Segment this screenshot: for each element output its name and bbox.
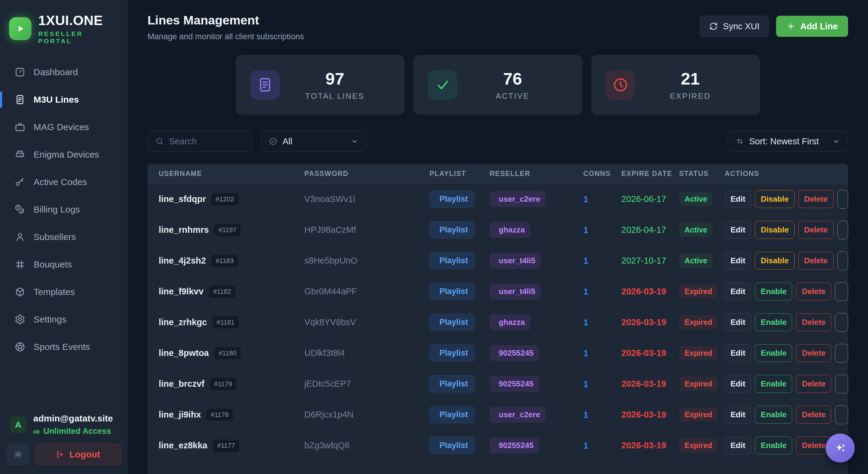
chevron-down-icon [832, 137, 840, 145]
add-line-button[interactable]: Add Line [776, 16, 848, 37]
playlist-label: Playlist [439, 441, 468, 450]
expire-date: 2027-10-17 [621, 256, 679, 266]
playlist-button[interactable]: Playlist [430, 191, 474, 208]
delete-button[interactable]: Delete [796, 313, 831, 331]
playlist-button[interactable]: Playlist [430, 375, 474, 393]
table-row: line_sfdqpr #1202 V3noaSWv1l Playlist us… [148, 184, 848, 215]
sidebar-item-enigma-devices[interactable]: Enigma Devices [7, 145, 121, 165]
enable-button[interactable]: Enable [755, 313, 792, 331]
delete-button[interactable]: Delete [799, 221, 834, 239]
edit-button[interactable]: Edit [725, 190, 751, 208]
line-id-badge: #1180 [214, 347, 241, 359]
password-text: UDlkf3t8l4 [304, 348, 430, 358]
avatar: A [10, 416, 27, 433]
enable-button[interactable]: Enable [755, 282, 792, 300]
disable-button[interactable]: Disable [755, 221, 795, 239]
sidebar-item-settings[interactable]: Settings [7, 309, 121, 329]
playlist-button[interactable]: Playlist [430, 221, 474, 238]
edit-button[interactable]: Edit [725, 375, 751, 393]
column-header-expire-date: EXPIRE DATE [621, 170, 679, 178]
playlist-label: Playlist [439, 317, 468, 327]
sidebar-item-bouquets[interactable]: Bouquets [7, 255, 121, 274]
page-header: Lines Management Manage and monitor all … [148, 13, 848, 41]
sidebar-item-billing-logs[interactable]: Billing Logs [7, 200, 121, 219]
sidebar-item-dashboard[interactable]: Dashboard [7, 62, 121, 82]
disable-button[interactable]: Disable [755, 190, 795, 208]
playlist-button[interactable]: Playlist [430, 314, 474, 331]
username-text: line_rnhmrs [159, 225, 209, 235]
copy-button[interactable] [837, 221, 848, 239]
reseller-name: user_t4li5 [499, 256, 535, 265]
status-filter-select[interactable]: All [261, 131, 366, 152]
conns-value: 1 [583, 410, 621, 420]
stat-label: TOTAL LINES [280, 92, 390, 101]
line-id-badge: #1179 [210, 378, 237, 390]
sidebar-item-label: M3U Lines [34, 95, 79, 105]
edit-button[interactable]: Edit [725, 221, 751, 239]
status-badge: Active [679, 223, 713, 237]
edit-button[interactable]: Edit [725, 313, 751, 331]
edit-button[interactable]: Edit [725, 406, 751, 424]
column-header-actions: ACTIONS [725, 170, 848, 178]
password-text: D6Rjcx1p4N [304, 410, 430, 420]
edit-button[interactable]: Edit [725, 437, 751, 454]
delete-button[interactable]: Delete [799, 190, 834, 208]
delete-button[interactable]: Delete [796, 406, 831, 424]
edit-button[interactable]: Edit [725, 252, 751, 270]
reseller-name: ghazza [499, 317, 525, 327]
enable-button[interactable]: Enable [755, 344, 792, 362]
sun-icon [13, 449, 23, 459]
stat-card: 97 TOTAL LINES [236, 55, 404, 114]
username-text: line_zrhkgc [159, 317, 207, 327]
sidebar-item-m3u-lines[interactable]: M3U Lines [7, 90, 121, 110]
copy-button[interactable] [835, 375, 848, 394]
playlist-button[interactable]: Playlist [430, 437, 474, 454]
sidebar-item-label: MAG Devices [34, 122, 89, 132]
sidebar-item-sports-events[interactable]: Sports Events [7, 337, 121, 357]
delete-button[interactable]: Delete [796, 282, 831, 300]
copy-button[interactable] [835, 405, 848, 424]
playlist-label: Playlist [439, 225, 468, 235]
line-id-badge: #1177 [213, 440, 239, 452]
sync-xui-button[interactable]: Sync XUI [700, 16, 769, 37]
ai-assistant-button[interactable] [826, 434, 855, 463]
copy-button[interactable] [835, 313, 848, 332]
password-text: HPJ98aCzMf [304, 225, 430, 235]
reseller-name: user_t4li5 [499, 287, 535, 296]
infinity-icon: ∞ [33, 427, 39, 436]
copy-button[interactable] [835, 282, 848, 301]
line-id-badge: #1182 [209, 285, 236, 298]
enable-button[interactable]: Enable [755, 406, 792, 424]
delete-button[interactable]: Delete [799, 252, 834, 270]
sidebar-item-mag-devices[interactable]: MAG Devices [7, 117, 121, 137]
play-icon [13, 22, 27, 35]
edit-button[interactable]: Edit [725, 344, 751, 362]
copy-button[interactable] [835, 344, 848, 363]
copy-button[interactable] [837, 251, 848, 270]
search-icon [155, 137, 164, 146]
enable-button[interactable]: Enable [755, 375, 792, 393]
theme-toggle-button[interactable] [7, 444, 30, 465]
lines-icon [250, 70, 280, 100]
sidebar-item-active-codes[interactable]: Active Codes [7, 172, 121, 192]
edit-button[interactable]: Edit [725, 282, 751, 300]
delete-button[interactable]: Delete [796, 344, 831, 362]
enable-button[interactable]: Enable [755, 437, 792, 454]
playlist-button[interactable]: Playlist [430, 252, 474, 269]
playlist-button[interactable]: Playlist [430, 344, 474, 362]
disable-button[interactable]: Disable [755, 252, 795, 270]
sidebar-item-templates[interactable]: Templates [7, 282, 121, 302]
stat-value: 21 [635, 69, 746, 89]
sidebar-item-subsellers[interactable]: Subsellers [7, 227, 121, 247]
playlist-button[interactable]: Playlist [430, 406, 474, 423]
add-line-label: Add Line [800, 22, 838, 31]
chevron-down-icon [350, 137, 359, 145]
refresh-icon [709, 22, 718, 31]
copy-button[interactable] [837, 190, 848, 209]
search-input[interactable] [169, 136, 244, 146]
playlist-button[interactable]: Playlist [430, 283, 474, 300]
sort-select[interactable]: Sort: Newest First [728, 131, 848, 152]
stat-value: 97 [280, 69, 390, 89]
logout-button[interactable]: Logout [35, 444, 121, 465]
delete-button[interactable]: Delete [796, 375, 831, 393]
